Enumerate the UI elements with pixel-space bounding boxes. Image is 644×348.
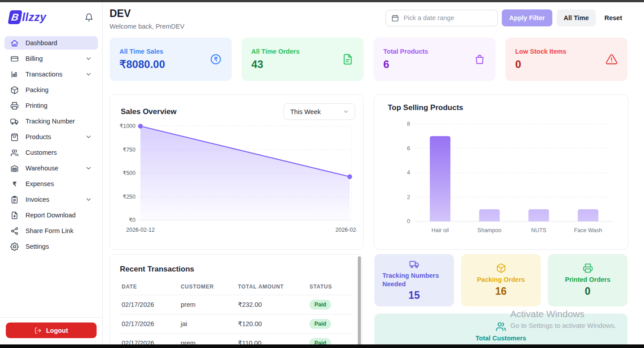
sidebar-item-printing[interactable]: Printing [4, 99, 98, 112]
sidebar-item-label: Packing [25, 86, 49, 93]
mini-card-printed-orders: Printed Orders 0 [548, 254, 627, 306]
bottom-row: Recent Transactions DATECUSTOMERTOTAL AM… [110, 254, 627, 348]
range-select-dropdown[interactable]: This Week [284, 103, 355, 120]
transactions-table: DATECUSTOMERTOTAL AMOUNTSTATUS 02/17/202… [120, 280, 352, 348]
sidebar: B illzzy Dashboard Billing Transactions … [0, 2, 103, 344]
logout-button[interactable]: Logout [6, 323, 97, 338]
sidebar-item-share-form-link[interactable]: Share Form Link [4, 224, 98, 238]
sidebar-item-products[interactable]: Products [4, 130, 98, 144]
cell-customer: jai [179, 314, 236, 334]
stat-label: All Time Sales [119, 48, 165, 55]
mini-card-label: Printed Orders [565, 276, 610, 284]
top-selling-card: Top Selling Products 02468Hair oilShampo… [374, 94, 628, 250]
clipboard-icon [10, 195, 19, 204]
stat-label: Total Products [383, 48, 428, 55]
stat-card-all-time-orders: All Time Orders 43 [242, 38, 364, 81]
sidebar-item-report-download[interactable]: Report Download [4, 208, 98, 222]
svg-text:2: 2 [407, 194, 410, 200]
cell-date: 02/17/2026 [120, 295, 179, 314]
sidebar-item-label: Customers [25, 149, 57, 156]
sidebar-item-label: Report Download [25, 212, 76, 219]
sidebar-item-label: Dashboard [25, 39, 57, 47]
sidebar-item-invoices[interactable]: Invoices [4, 193, 98, 206]
sidebar-item-transactions[interactable]: Transactions [4, 68, 98, 81]
page-title: DEV [110, 8, 184, 20]
header-controls: Pick a date range Apply Filter All Time … [386, 9, 627, 26]
printer-icon [10, 102, 19, 110]
stat-text: Low Stock Items 0 [515, 48, 566, 71]
brand-logo-text: illzzy [19, 11, 47, 24]
svg-text:2026-02-12: 2026-02-12 [126, 227, 155, 233]
chevron-down-icon [343, 108, 349, 115]
column-header-status: STATUS [308, 280, 352, 295]
mini-card-packing-orders: Packing Orders 16 [461, 254, 541, 306]
mini-card-value: 16 [495, 285, 507, 297]
sales-overview-header: Sales Overview This Week [117, 101, 356, 120]
svg-text:₹250: ₹250 [123, 194, 136, 200]
brand-logo[interactable]: B illzzy [9, 10, 47, 24]
stat-value: 43 [251, 58, 300, 71]
stat-label: Low Stock Items [515, 48, 566, 55]
sidebar-item-warehouse[interactable]: Warehouse [4, 161, 98, 175]
stat-value: ₹8080.00 [119, 58, 165, 71]
chevron-down-icon [85, 71, 92, 78]
box-icon [496, 263, 506, 273]
receipt-icon [342, 53, 354, 65]
apply-filter-button[interactable]: Apply Filter [502, 9, 553, 26]
sales-overview-title: Sales Overview [121, 107, 177, 116]
mini-card-tracking-numbers-needed: Tracking Numbers Needed 15 [374, 254, 454, 306]
chevron-down-icon [85, 165, 92, 172]
sidebar-item-dashboard[interactable]: Dashboard [4, 36, 98, 50]
sidebar-item-label: Tracking Number [25, 118, 75, 125]
scrollbar-thumb[interactable] [358, 256, 361, 348]
card-icon [10, 55, 19, 63]
users-icon [10, 149, 19, 157]
column-header-total-amount: TOTAL AMOUNT [236, 280, 308, 295]
users-icon [496, 321, 506, 332]
mini-card-value: 15 [408, 289, 420, 301]
sidebar-item-customers[interactable]: Customers [4, 146, 98, 159]
all-time-button[interactable]: All Time [557, 9, 595, 26]
logout-label: Logout [46, 327, 68, 334]
window-chrome-top [0, 0, 644, 2]
chevron-down-icon [85, 196, 92, 203]
svg-text:NUTS: NUTS [531, 227, 547, 233]
notifications-bell-icon[interactable] [85, 13, 93, 22]
column-header-date: DATE [120, 280, 179, 295]
svg-text:₹: ₹ [214, 56, 217, 63]
sidebar-item-billing[interactable]: Billing [4, 52, 98, 65]
svg-text:Face Wash: Face Wash [574, 227, 602, 233]
cell-status: Paid [308, 314, 352, 334]
top-selling-title: Top Selling Products [381, 101, 621, 112]
chevron-down-icon [85, 133, 92, 140]
svg-text:0: 0 [407, 218, 410, 225]
logout-icon [34, 327, 42, 334]
gear-icon [10, 242, 19, 251]
svg-text:2026-02-17: 2026-02-17 [335, 227, 357, 233]
page-header: DEV Welcome back, PremDEV Pick a date ra… [110, 8, 627, 30]
printer-icon [583, 263, 593, 273]
svg-text:₹: ₹ [13, 180, 17, 187]
svg-text:Hair oil: Hair oil [432, 227, 449, 233]
sidebar-item-tracking-number[interactable]: Tracking Number [4, 115, 98, 128]
reset-button[interactable]: Reset [599, 9, 628, 26]
warehouse-icon [10, 164, 19, 173]
sidebar-item-packing[interactable]: Packing [4, 83, 98, 97]
sidebar-item-settings[interactable]: Settings [4, 240, 98, 253]
mini-cards-row: Tracking Numbers Needed 15 Packing Order… [374, 254, 627, 306]
svg-text:8: 8 [407, 121, 410, 127]
truck-icon [10, 117, 19, 126]
stat-card-all-time-sales: All Time Sales ₹8080.00 ₹ [110, 38, 232, 81]
rupee-icon: ₹ [10, 180, 19, 188]
top-selling-chart: 02468Hair oilShampooNUTSFace Wash [381, 112, 621, 238]
welcome-text: Welcome back, PremDEV [110, 23, 184, 30]
table-row: 02/17/2026 prem ₹232.00 Paid [120, 295, 352, 314]
svg-text:₹500: ₹500 [123, 170, 136, 176]
chevron-down-icon [85, 55, 92, 62]
handbag-icon [474, 53, 486, 65]
main-content: DEV Welcome back, PremDEV Pick a date ra… [103, 2, 644, 344]
stat-card-total-products: Total Products 6 [373, 38, 496, 81]
date-range-placeholder: Pick a date range [404, 14, 454, 21]
sidebar-item-expenses[interactable]: ₹ Expenses [4, 177, 98, 191]
date-range-input[interactable]: Pick a date range [386, 10, 498, 26]
